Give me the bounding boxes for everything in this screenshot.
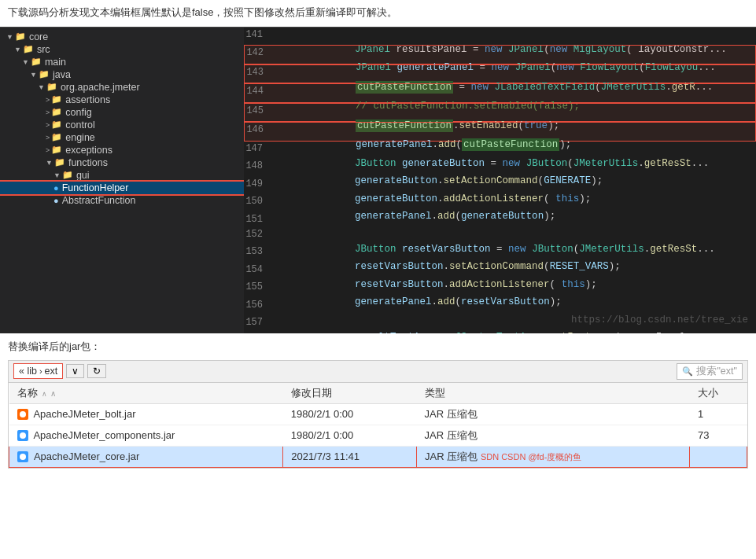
code-line-153: 153 resetVarsButton.setActionCommand(RES… — [244, 245, 756, 263]
tree-item-config[interactable]: > 📁 config — [0, 106, 244, 119]
folder-icon: 📁 — [51, 132, 62, 142]
line-num: 153 — [244, 245, 272, 259]
table-header-row: 名称 ∧ 修改日期 类型 大小 — [9, 383, 747, 404]
file-table: 名称 ∧ 修改日期 类型 大小 — [9, 383, 747, 468]
file-type: JAR 压缩包 — [425, 429, 478, 441]
java-file-icon: ● — [53, 196, 59, 205]
breadcrumb-ext: ext — [45, 366, 58, 377]
tree-item-src[interactable]: ▼ 📁 src — [0, 43, 244, 56]
breadcrumb-lib: « lib — [19, 366, 37, 377]
breadcrumb[interactable]: « lib › ext — [13, 363, 63, 379]
col-date[interactable]: 修改日期 — [283, 383, 417, 404]
folder-icon: 📁 — [31, 57, 42, 67]
file-type-cell: JAR 压缩包 SDN CSDN @fd-度概的鱼 — [417, 446, 690, 467]
code-line-141: 141 JPanel resultsPanel = new JPanel(new… — [244, 28, 756, 46]
file-name: ApacheJMeter_core.jar — [34, 451, 139, 462]
line-num: 149 — [244, 177, 272, 192]
search-placeholder[interactable]: 搜索"ext" — [696, 365, 737, 378]
csdn-label: CSDN @fd-度概的鱼 — [501, 452, 581, 462]
file-size-cell — [690, 446, 747, 467]
line-num: 147 — [244, 142, 272, 156]
arrow-icon: > — [46, 96, 50, 104]
code-line-145: 145 cutPasteFunction.setEnabled(true); — [244, 103, 756, 123]
line-num: 144 — [245, 84, 273, 99]
tree-label-src: src — [37, 44, 50, 55]
folder-icon: 📁 — [51, 145, 62, 155]
tree-label-config: config — [65, 107, 91, 118]
folder-icon: 📁 — [46, 82, 57, 92]
table-row[interactable]: ApacheJMeter_components.jar 1980/2/1 0:0… — [9, 425, 747, 446]
line-num: 141 — [244, 28, 272, 42]
code-editor: 141 JPanel resultsPanel = new JPanel(new… — [244, 28, 756, 333]
file-date: 2021/7/3 11:41 — [291, 451, 360, 462]
tree-item-gui[interactable]: ▼ 📁 gui — [0, 169, 244, 182]
file-name-cell: ApacheJMeter_core.jar — [9, 446, 283, 467]
col-type[interactable]: 类型 — [417, 383, 690, 404]
file-type: JAR 压缩包 — [425, 451, 478, 462]
code-line-147: 147 JButton generateButton = new JButton… — [244, 142, 756, 160]
arrow-icon: > — [46, 146, 50, 154]
tree-label-java: java — [53, 69, 71, 80]
refresh-button[interactable]: ↻ — [87, 364, 106, 378]
arrow-icon: ▼ — [30, 71, 37, 79]
file-size: 73 — [698, 429, 709, 441]
ide-container: ▼ 📁 core ▼ 📁 src ▼ 📁 main ▼ 📁 java ▼ 📁 o… — [0, 27, 756, 333]
tree-label-main: main — [45, 57, 66, 68]
breadcrumb-sep: › — [39, 366, 42, 376]
code-line-156: 156 https://blog.csdn.net/tree_xie — [244, 298, 756, 316]
tree-label-functions: functions — [68, 157, 108, 168]
tree-item-java[interactable]: ▼ 📁 java — [0, 68, 244, 81]
tree-item-functions[interactable]: ▼ 📁 functions — [0, 156, 244, 169]
line-num: 152 — [244, 227, 272, 242]
tree-item-abstractfunction[interactable]: ● AbstractFunction — [0, 194, 244, 207]
bottom-label: 替换编译后的jar包： — [8, 340, 748, 354]
tree-item-assertions[interactable]: > 📁 assertions — [0, 94, 244, 106]
tree-item-org[interactable]: ▼ 📁 org.apache.jmeter — [0, 81, 244, 94]
file-size-cell: 73 — [690, 425, 747, 446]
watermark-text: https://blog.csdn.net/tree_xie — [571, 314, 748, 325]
tree-item-functionhelper[interactable]: ● FunctionHelper — [0, 182, 244, 194]
tree-item-exceptions[interactable]: > 📁 exceptions — [0, 144, 244, 156]
line-num: 155 — [244, 280, 272, 295]
code-line-155: 155 generatePanel.add(resetVarsButton); — [244, 280, 756, 298]
line-num: 151 — [244, 212, 272, 227]
tree-item-core[interactable]: ▼ 📁 core — [0, 31, 244, 43]
tree-label-org: org.apache.jmeter — [61, 82, 140, 93]
tree-label-assertions: assertions — [65, 94, 110, 105]
java-file-icon: ● — [53, 183, 59, 193]
tree-item-main[interactable]: ▼ 📁 main — [0, 56, 244, 68]
arrow-icon: ▼ — [53, 171, 61, 179]
line-num: 146 — [245, 123, 273, 138]
file-date-cell: 1980/2/1 0:00 — [283, 425, 417, 446]
path-dropdown-button[interactable]: ∨ — [66, 364, 84, 378]
arrow-icon: ▼ — [38, 83, 45, 91]
file-date: 1980/2/1 0:00 — [291, 408, 354, 420]
table-row-selected[interactable]: ApacheJMeter_core.jar 2021/7/3 11:41 JAR… — [9, 446, 747, 467]
folder-icon: 📁 — [23, 44, 34, 54]
col-name[interactable]: 名称 ∧ — [9, 383, 283, 404]
chevron-down-icon: ∨ — [72, 366, 79, 377]
line-num: 142 — [245, 46, 273, 61]
folder-icon: 📁 — [15, 31, 26, 42]
table-row[interactable]: ApacheJMeter_bolt.jar 1980/2/1 0:00 JAR … — [9, 403, 747, 425]
tree-item-control[interactable]: > 📁 control — [0, 119, 244, 131]
bottom-label-text: 替换编译后的jar包： — [8, 340, 101, 352]
file-type-cell: JAR 压缩包 — [417, 403, 690, 425]
code-line-142: 142 JPanel generatePanel = new JPanel(ne… — [244, 45, 756, 64]
folder-icon: 📁 — [51, 120, 62, 130]
search-icon: 🔍 — [682, 366, 693, 377]
tree-label-exceptions: exceptions — [65, 145, 112, 156]
line-num: 148 — [244, 159, 272, 174]
line-num: 150 — [244, 194, 272, 209]
arrow-icon: ▼ — [14, 46, 21, 53]
line-num: 157 — [244, 315, 272, 330]
tree-item-engine[interactable]: > 📁 engine — [0, 131, 244, 144]
file-date-cell: 1980/2/1 0:00 — [283, 403, 417, 425]
arrow-icon: ▼ — [6, 33, 13, 41]
arrow-icon: > — [46, 134, 50, 142]
folder-icon: 📁 — [51, 94, 62, 105]
line-num: 154 — [244, 263, 272, 278]
col-size[interactable]: 大小 — [690, 383, 747, 404]
file-name: ApacheJMeter_bolt.jar — [33, 408, 135, 420]
bottom-section: 替换编译后的jar包： « lib › ext ∨ ↻ 🔍 搜索"ext" — [0, 333, 756, 472]
